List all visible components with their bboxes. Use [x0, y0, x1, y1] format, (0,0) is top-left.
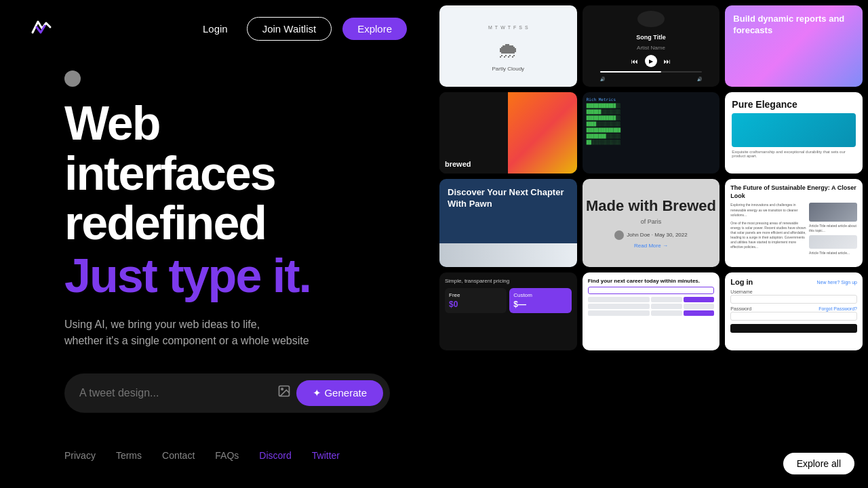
made-with-brewed-text: Made with Brewed — [586, 197, 716, 215]
made-brewed-sub: of Paris — [641, 218, 662, 225]
generate-button[interactable]: ✦ Generate — [296, 380, 383, 406]
generate-input[interactable] — [79, 387, 272, 399]
gallery-row-3: Discover Your Next Chapter With Pawn Mad… — [439, 179, 863, 267]
explore-all-button[interactable]: Explore all — [783, 453, 854, 474]
hero-subtext: Using AI, we bring your web ideas to lif… — [64, 317, 407, 349]
footer-twitter-link[interactable]: Twitter — [312, 450, 340, 461]
login-username-input[interactable] — [730, 295, 857, 304]
brewed-left: brewed — [439, 92, 508, 174]
plan-custom: Custom $— — [509, 288, 571, 313]
login-forgot-link[interactable]: Forgot Password? — [818, 306, 857, 311]
login-submit-button[interactable] — [730, 324, 857, 333]
gallery-card-made-brewed[interactable]: Made with Brewed of Paris John Doe · May… — [583, 179, 720, 267]
footer-faqs-link[interactable]: FAQs — [215, 450, 239, 461]
hero-section: Web interfaces redefined Just type it. U… — [0, 57, 434, 430]
gallery-card-music[interactable]: Song Title Artist Name ⏮ ▶ ⏭ 🔊🔊 — [583, 5, 720, 87]
hero-heading: Web interfaces redefined — [64, 99, 407, 249]
login-password-input[interactable] — [730, 312, 857, 321]
album-art — [637, 11, 665, 27]
energy-side-image2 — [809, 235, 857, 249]
career-row-2 — [588, 304, 715, 309]
read-more-link[interactable]: Read More → — [634, 243, 668, 249]
music-progress-fill — [600, 71, 661, 73]
energy-title: The Future of Sustainable Energy: A Clos… — [730, 184, 857, 200]
image-upload-icon[interactable] — [277, 384, 291, 401]
plan-free-name: Free — [449, 292, 502, 298]
login-title: Log in — [730, 278, 753, 286]
generate-box: ✦ Generate — [64, 373, 390, 413]
pricing-label: Simple, transparent pricing — [445, 278, 572, 284]
svg-point-1 — [281, 388, 283, 390]
energy-main-col: Exploring the innovations and challenges… — [730, 203, 806, 256]
reports-text: Build dynamic reports and forecasts — [733, 14, 854, 37]
music-artist: Artist Name — [637, 45, 665, 51]
music-progress-bar — [600, 71, 701, 73]
brewed-label: brewed — [445, 160, 471, 168]
gallery-card-career[interactable]: Find your next career today within minut… — [583, 272, 720, 350]
gallery-card-reports[interactable]: Build dynamic reports and forecasts — [725, 5, 863, 87]
energy-side-image — [809, 203, 857, 222]
energy-side-text2: Article Title related article... — [809, 251, 857, 256]
gallery-card-weather[interactable]: MTWTFSS 🌧 Partly Cloudy — [439, 5, 577, 87]
career-row-3 — [588, 310, 715, 316]
avatar — [614, 230, 624, 240]
left-panel: Login Join Waitlist Explore Web interfac… — [0, 0, 434, 488]
logo[interactable] — [27, 14, 54, 43]
gallery-card-elegance[interactable]: Pure Elegance Exquisite craftsmanship an… — [725, 92, 863, 174]
prev-track-icon[interactable]: ⏮ — [631, 58, 638, 65]
login-button[interactable]: Login — [195, 18, 236, 40]
navbar: Login Join Waitlist Explore — [0, 0, 434, 57]
energy-text-main: Exploring the innovations and challenges… — [730, 203, 806, 218]
career-table — [588, 297, 715, 316]
pawn-title: Discover Your Next Chapter With Pawn — [448, 187, 569, 210]
weather-cloud-icon: 🌧 — [497, 38, 519, 63]
gallery-card-energy[interactable]: The Future of Sustainable Energy: A Clos… — [725, 179, 863, 267]
gallery-card-pawn[interactable]: Discover Your Next Chapter With Pawn — [439, 179, 577, 267]
elegance-text: Exquisite craftsmanship and exceptional … — [732, 150, 856, 158]
music-title: Song Title — [636, 34, 665, 41]
plan-custom-price: $— — [513, 300, 567, 309]
energy-content: Exploring the innovations and challenges… — [730, 203, 857, 256]
nav-right: Login Join Waitlist Explore — [195, 17, 407, 41]
pricing-plans: Free $0 Custom $— — [445, 288, 572, 313]
next-track-icon[interactable]: ⏭ — [664, 58, 671, 65]
footer-discord-link[interactable]: Discord — [259, 450, 291, 461]
gallery-row-1: MTWTFSS 🌧 Partly Cloudy Song Title Artis… — [439, 5, 863, 87]
gallery-card-code[interactable]: Rich Metrics ████████████░░ ██████░░░░░░… — [583, 92, 720, 174]
code-content: Rich Metrics ████████████░░ ██████░░░░░░… — [587, 96, 716, 145]
login-username-label: Username — [730, 289, 857, 294]
weather-temps: MTWTFSS — [486, 21, 531, 38]
weather-label: Partly Cloudy — [492, 66, 525, 72]
career-search-input[interactable] — [588, 287, 715, 294]
pawn-decoration — [439, 243, 577, 267]
career-row-1 — [588, 297, 715, 302]
career-title: Find your next career today within minut… — [588, 278, 715, 284]
plan-free: Free $0 — [445, 288, 507, 313]
plan-free-price: $0 — [449, 300, 502, 309]
explore-button[interactable]: Explore — [342, 18, 407, 40]
energy-side-col: Article Title related article about this… — [809, 203, 857, 256]
footer-links: Privacy Terms Contact FAQs Discord Twitt… — [0, 430, 434, 468]
energy-side-text: Article Title related article about this… — [809, 224, 857, 233]
gallery-panel: MTWTFSS 🌧 Partly Cloudy Song Title Artis… — [434, 0, 868, 488]
gallery-row-4: Simple, transparent pricing Free $0 Cust… — [439, 272, 863, 350]
gallery-card-pricing[interactable]: Simple, transparent pricing Free $0 Cust… — [439, 272, 577, 350]
gallery-row-2: brewed Rich Metrics ████████████░░ █████… — [439, 92, 863, 174]
hero-circle-decoration — [64, 70, 81, 87]
play-button[interactable]: ▶ — [645, 55, 657, 67]
hero-heading-purple: Just type it. — [64, 249, 407, 303]
music-controls: ⏮ ▶ ⏭ — [631, 55, 671, 67]
footer-terms-link[interactable]: Terms — [116, 450, 142, 461]
elegance-image — [732, 113, 856, 147]
plan-custom-name: Custom — [513, 292, 567, 298]
footer-contact-link[interactable]: Contact — [162, 450, 195, 461]
login-password-label: Password — [730, 306, 751, 311]
footer-privacy-link[interactable]: Privacy — [64, 450, 96, 461]
blog-author-row: John Doe · May 30, 2022 — [614, 230, 687, 240]
login-signup-link[interactable]: New here? Sign up — [816, 280, 857, 285]
gallery-card-login[interactable]: Log in New here? Sign up Username Passwo… — [725, 272, 863, 350]
elegance-title: Pure Elegance — [732, 99, 856, 110]
gallery-card-brewed[interactable]: brewed — [439, 92, 577, 174]
join-waitlist-button[interactable]: Join Waitlist — [247, 17, 332, 41]
energy-extra-text: One of the most pressing areas of renewa… — [730, 221, 806, 249]
